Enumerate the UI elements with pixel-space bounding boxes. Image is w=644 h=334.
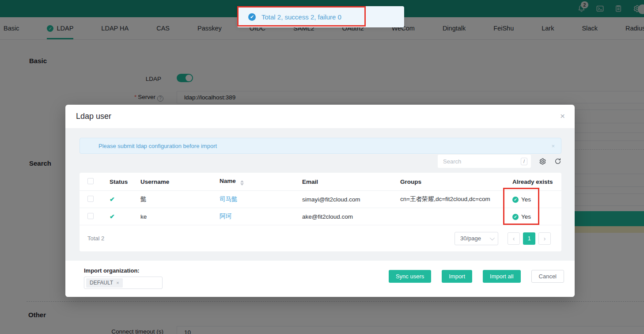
user-name-link[interactable]: 司马懿 bbox=[220, 196, 238, 202]
select-all-checkbox[interactable] bbox=[87, 178, 94, 184]
prev-page-button[interactable]: ‹ bbox=[508, 232, 520, 245]
table-toolbar: / bbox=[80, 155, 561, 168]
column-settings-gear-icon[interactable] bbox=[539, 158, 546, 165]
exists-label: Yes bbox=[521, 196, 531, 203]
pagination: 30/page ‹ 1 › bbox=[455, 232, 551, 245]
modal-close-icon[interactable]: × bbox=[560, 112, 565, 120]
table-row: ✔懿司马懿simayi@fit2cloud.comcn=王者荣耀,dc=fit2… bbox=[80, 190, 561, 208]
search-box: / bbox=[438, 155, 531, 168]
ldap-user-modal: Ldap user × Please submit ldap configura… bbox=[65, 105, 575, 297]
chevron-down-icon bbox=[490, 235, 495, 240]
col-header-exists: Already exists bbox=[512, 178, 561, 185]
col-header-email: Email bbox=[302, 178, 400, 185]
remove-tag-icon[interactable]: × bbox=[116, 280, 119, 285]
sync-users-button[interactable]: Sync users bbox=[389, 270, 431, 283]
alert-close-icon[interactable]: × bbox=[551, 143, 555, 149]
toast-message: Total 2, success 2, failure 0 bbox=[261, 13, 341, 21]
user-name-link[interactable]: 阿珂 bbox=[220, 213, 231, 220]
status-ok-icon: ✔ bbox=[110, 213, 115, 220]
table-body: ✔懿司马懿simayi@fit2cloud.comcn=王者荣耀,dc=fit2… bbox=[80, 190, 561, 225]
modal-header: Ldap user × bbox=[65, 105, 575, 128]
search-input[interactable] bbox=[443, 158, 521, 165]
table-header-row: Status Username Name Email Groups Alread… bbox=[80, 173, 561, 190]
import-all-button[interactable]: Import all bbox=[483, 270, 520, 283]
page-size-select[interactable]: 30/page bbox=[455, 232, 498, 245]
import-button[interactable]: Import bbox=[442, 270, 472, 283]
col-header-groups: Groups bbox=[400, 178, 512, 185]
table-footer: Total 2 30/page ‹ 1 › bbox=[80, 225, 561, 251]
already-exists-badge: ✔Yes bbox=[512, 196, 531, 203]
cell-username: ke bbox=[140, 213, 220, 220]
modal-footer: Import organization: DEFAULT × Sync user… bbox=[65, 261, 575, 297]
organization-select[interactable]: DEFAULT × bbox=[84, 277, 163, 289]
cell-email: ake@fit2cloud.com bbox=[302, 213, 400, 220]
table-row: ✔ke阿珂ake@fit2cloud.com✔Yes bbox=[80, 208, 561, 225]
cell-username: 懿 bbox=[140, 195, 220, 203]
info-alert: Please submit ldap configuration before … bbox=[80, 138, 561, 154]
status-ok-icon: ✔ bbox=[110, 196, 115, 203]
ldap-settings-page: ‹ Authentication 2 Basic✓LDAPLDAP HACASP… bbox=[0, 0, 644, 334]
search-shortcut-key: / bbox=[521, 158, 527, 165]
organization-tag: DEFAULT × bbox=[86, 278, 123, 288]
current-page-button[interactable]: 1 bbox=[523, 232, 535, 245]
modal-title: Ldap user bbox=[76, 112, 111, 121]
col-header-username: Username bbox=[140, 178, 220, 185]
row-checkbox[interactable] bbox=[87, 196, 94, 202]
already-exists-badge: ✔Yes bbox=[512, 213, 531, 220]
success-toast: ✔ Total 2, success 2, failure 0 bbox=[237, 6, 404, 27]
exists-check-icon: ✔ bbox=[512, 197, 519, 203]
refresh-icon[interactable] bbox=[554, 158, 561, 165]
row-checkbox[interactable] bbox=[87, 213, 94, 219]
alert-message: Please submit ldap configuration before … bbox=[98, 143, 217, 149]
exists-label: Yes bbox=[521, 213, 531, 220]
success-check-icon: ✔ bbox=[248, 13, 256, 21]
col-header-status: Status bbox=[110, 178, 140, 185]
next-page-button[interactable]: › bbox=[538, 232, 551, 245]
exists-check-icon: ✔ bbox=[512, 214, 519, 220]
sort-icon[interactable] bbox=[240, 180, 244, 186]
user-table: Status Username Name Email Groups Alread… bbox=[80, 173, 561, 251]
cell-groups: cn=王者荣耀,dc=fit2cloud,dc=com bbox=[400, 195, 512, 203]
total-count: Total 2 bbox=[87, 235, 104, 242]
modal-body: Please submit ldap configuration before … bbox=[65, 128, 575, 261]
cancel-button[interactable]: Cancel bbox=[531, 270, 564, 283]
import-organization-label: Import organization: bbox=[84, 267, 140, 274]
col-header-name: Name bbox=[220, 178, 302, 186]
cell-email: simayi@fit2cloud.com bbox=[302, 196, 400, 203]
